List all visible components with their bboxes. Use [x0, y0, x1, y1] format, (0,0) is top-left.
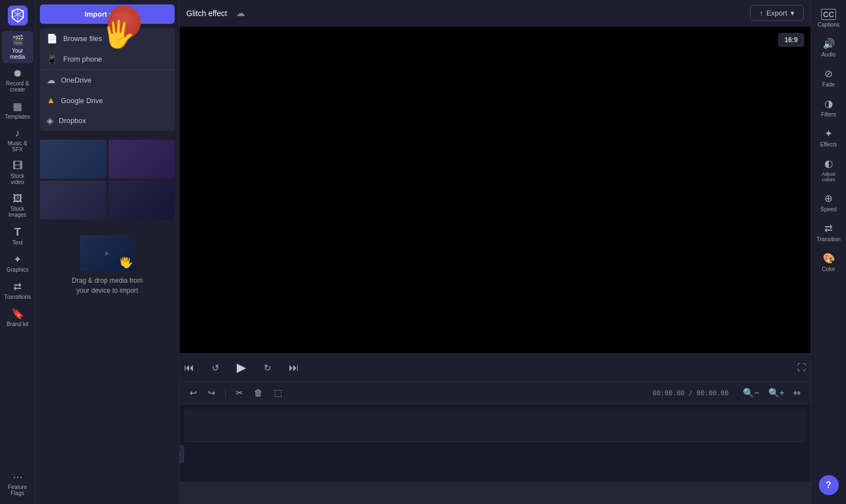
audio-icon: 🔊 [823, 38, 835, 50]
sidebar-item-stock-video[interactable]: 🎞 Stock video [2, 157, 33, 189]
right-tool-filters[interactable]: ◑ Filters [813, 93, 844, 122]
media-thumbnail[interactable] [109, 181, 175, 220]
right-tool-effects[interactable]: ✦ Effects [813, 123, 844, 152]
from-phone-item[interactable]: 📱 From phone [40, 49, 175, 69]
sidebar-item-stock-images[interactable]: 🖼 Stock images [2, 190, 33, 221]
undo-button[interactable]: ↩ [186, 385, 200, 400]
undo-icon: ↩ [190, 388, 197, 398]
sidebar-item-feature-flags[interactable]: ⋯ Feature Flags [2, 467, 33, 500]
rewind-button[interactable]: ↺ [207, 360, 223, 376]
filters-icon: ◑ [824, 98, 833, 110]
stock-images-icon: 🖼 [13, 193, 23, 205]
right-tool-transition[interactable]: ⇄ Transition [813, 218, 844, 247]
more-icon: ⋯ [13, 471, 23, 483]
top-bar: Glitch effect ☁ ↑ Export ▾ [180, 0, 811, 27]
redo-icon: ↪ [208, 388, 215, 398]
cloud-save-icon: ☁ [236, 8, 245, 18]
record-icon: ⏺ [13, 68, 23, 79]
right-tool-captions[interactable]: CC Captions [813, 4, 844, 32]
cut-button[interactable]: ✂ [232, 385, 246, 400]
zoom-controls: 🔍− 🔍+ ⇔ [740, 385, 804, 400]
browse-files-item[interactable]: 📄 Browse files [40, 28, 175, 49]
delete-button[interactable]: 🗑 [251, 386, 266, 400]
fit-timeline-button[interactable]: ⇔ [790, 385, 804, 400]
drag-drop-thumb: 🖐 ▶ [80, 235, 135, 271]
right-tool-fade[interactable]: ⊘ Fade [813, 63, 844, 92]
skip-forward-icon: ⏭ [289, 362, 299, 373]
project-title: Glitch effect [186, 9, 227, 18]
sidebar-item-record-create[interactable]: ⏺ Record &create [2, 64, 33, 96]
media-thumbnail[interactable] [40, 181, 106, 220]
browse-files-icon: 📄 [47, 33, 58, 44]
forward-button[interactable]: ↻ [259, 360, 276, 376]
google-drive-icon: ▲ [47, 95, 55, 105]
right-sidebar: CC Captions 🔊 Audio ⊘ Fade ◑ Filters ✦ E… [811, 0, 846, 504]
media-thumbnail-grid [40, 140, 175, 220]
timeline-area: ‹ [180, 404, 811, 504]
media-thumbnail[interactable] [109, 140, 175, 179]
fullscreen-button[interactable]: ⛶ [793, 360, 811, 375]
collapse-icon: ‹ [180, 451, 181, 457]
skip-forward-button[interactable]: ⏭ [284, 360, 303, 376]
media-panel: 🖐 Import media 📄 Browse files 📱 From pho… [35, 0, 180, 504]
sidebar-item-graphics[interactable]: ✦ Graphics [2, 250, 33, 276]
help-button[interactable]: ? [819, 475, 839, 495]
preview-canvas [180, 27, 811, 353]
speed-icon: ⊕ [824, 192, 833, 205]
redo-button[interactable]: ↪ [205, 385, 218, 400]
fade-icon: ⊘ [824, 68, 833, 80]
brand-kit-icon: 🔖 [12, 308, 24, 320]
capture-frame-button[interactable]: ⬚ [271, 385, 286, 400]
import-dropdown: 📄 Browse files 📱 From phone ☁ OneDrive ▲… [40, 28, 175, 131]
left-sidebar: 🎬 Your media ⏺ Record &create ▦ Template… [0, 0, 35, 504]
sidebar-item-transitions[interactable]: ⇄ Transitions [2, 277, 33, 303]
aspect-ratio-badge[interactable]: 16:9 [778, 33, 804, 47]
drag-drop-area[interactable]: 🖐 ▶ Drag & drop media from your device t… [63, 226, 151, 304]
zoom-in-button[interactable]: 🔍+ [765, 385, 788, 400]
dropbox-item[interactable]: ◈ Dropbox [40, 110, 175, 131]
right-tool-adjust-colors[interactable]: ◐ Adjust colors [813, 153, 844, 187]
timeline-collapse-handle[interactable]: ‹ [180, 445, 184, 463]
zoom-out-button[interactable]: 🔍− [740, 385, 762, 400]
effects-icon: ✦ [824, 128, 833, 140]
onedrive-icon: ☁ [47, 75, 55, 85]
timeline-color-bar [180, 482, 811, 504]
timeline-video-track [184, 409, 806, 442]
sidebar-item-templates[interactable]: ▦ Templates [2, 97, 33, 123]
media-thumbnail[interactable] [40, 140, 106, 179]
sidebar-item-your-media[interactable]: 🎬 Your media [2, 31, 33, 63]
zoom-in-icon: 🔍+ [768, 388, 784, 398]
dropbox-icon: ◈ [47, 115, 53, 126]
rewind-icon: ↺ [212, 363, 219, 373]
panel-resize-handle[interactable] [177, 0, 179, 504]
preview-area: 16:9 [180, 27, 811, 353]
skip-back-button[interactable]: ⏮ [180, 360, 198, 376]
fullscreen-icon: ⛶ [797, 363, 806, 372]
right-tool-color[interactable]: 🎨 Color [813, 248, 844, 277]
play-icon: ▶ [237, 360, 246, 374]
import-media-button[interactable]: Import media [40, 4, 175, 24]
sidebar-item-brand-kit[interactable]: 🔖 Brand kit [2, 304, 33, 330]
fit-icon: ⇔ [793, 388, 801, 398]
transitions-icon: ⇄ [13, 281, 22, 293]
right-tool-speed[interactable]: ⊕ Speed [813, 188, 844, 217]
play-button[interactable]: ▶ [232, 358, 251, 377]
sidebar-item-music-sfx[interactable]: ♪ Music & SFX [2, 124, 33, 156]
timecode-display: 00:00.00 / 00:00.00 [653, 389, 728, 397]
capture-icon: ⬚ [274, 388, 282, 398]
google-drive-item[interactable]: ▲ Google Drive [40, 90, 175, 110]
toolbar-divider [225, 388, 226, 399]
graphics-icon: ✦ [13, 253, 22, 266]
app-logo [7, 4, 29, 27]
transition-icon: ⇄ [824, 222, 833, 235]
right-tool-audio[interactable]: 🔊 Audio [813, 33, 844, 62]
onedrive-item[interactable]: ☁ OneDrive [40, 70, 175, 90]
music-icon: ♪ [15, 128, 20, 139]
from-phone-icon: 📱 [47, 54, 58, 64]
sidebar-item-text[interactable]: T Text [2, 222, 33, 249]
color-icon: 🎨 [823, 252, 835, 264]
export-icon: ↑ [760, 9, 763, 17]
captions-icon: CC [821, 9, 835, 20]
export-button[interactable]: ↑ Export ▾ [750, 5, 804, 21]
adjust-colors-icon: ◐ [824, 157, 833, 170]
